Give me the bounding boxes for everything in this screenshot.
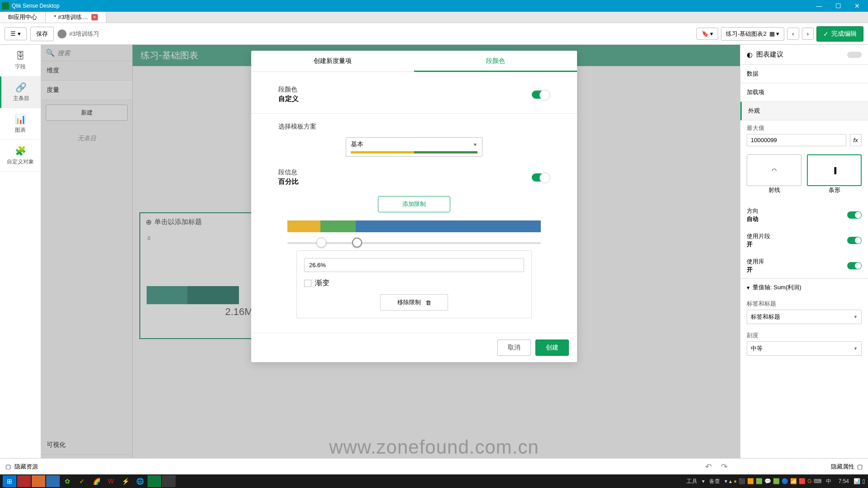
rail-custom[interactable]: 🧩自定义对象 — [0, 140, 41, 172]
slider-handle-1[interactable] — [316, 238, 326, 248]
tray-icon-5[interactable]: 💬 — [764, 478, 771, 484]
tray-backup[interactable]: 备查 — [709, 478, 720, 485]
taskbar-app-8[interactable]: ⚡ — [119, 475, 132, 487]
segcolor-value: 自定义 — [278, 95, 299, 103]
color-bar — [287, 220, 541, 232]
status-bar: ▢ 隐藏资源 ↶ ↷ 隐藏属性 ▢ — [0, 458, 868, 474]
start-button[interactable]: ⊞ — [3, 475, 16, 487]
maxval-input[interactable] — [747, 134, 846, 146]
seginfo-value: 百分比 — [278, 177, 299, 186]
tray-icon-9[interactable]: G — [807, 478, 811, 484]
limit-input[interactable] — [304, 258, 524, 272]
tab-app[interactable]: * #3培训练… ✕ — [46, 12, 106, 23]
rp-appearance[interactable]: 外观 — [740, 102, 868, 120]
shape-radial[interactable]: ◠ — [747, 154, 801, 186]
close-button[interactable]: ✕ — [852, 3, 863, 9]
rail-charts[interactable]: 📊图表 — [0, 108, 41, 140]
segcolor-toggle[interactable] — [532, 91, 550, 99]
template-select[interactable]: 基本 — [346, 137, 482, 157]
tab-hub[interactable]: BI应用中心 — [0, 12, 46, 23]
tray-chart-icon[interactable]: 📊 — [854, 478, 860, 484]
rp-header: ◐ 图表建议 — [740, 45, 868, 65]
taskbar-app-7[interactable]: W — [104, 475, 118, 487]
gauge-icon: ◐ — [747, 51, 753, 59]
modal-tab-measure[interactable]: 创建新度量项 — [251, 51, 414, 72]
tray-icon-1[interactable]: ● — [734, 478, 737, 484]
tray-icon-6[interactable]: 🟩 — [773, 478, 780, 484]
segcolor-label: 段颜色 — [278, 86, 299, 94]
taskbar-edge[interactable]: 🌐 — [133, 475, 147, 487]
library-toggle[interactable] — [847, 262, 862, 269]
tray-ime-icon[interactable]: ⌨ — [814, 478, 821, 484]
tray-icon-7[interactable]: 🔵 — [782, 478, 788, 484]
maxval-label: 最大值 — [747, 124, 862, 132]
sheet-selector[interactable]: 练习-基础图表2 ▦ ▾ — [721, 27, 784, 41]
taskbar-app-5[interactable]: ✓ — [75, 475, 89, 487]
save-button[interactable]: 保存 — [30, 27, 54, 41]
taskbar-app-9[interactable] — [162, 475, 176, 487]
taskbar-app-2[interactable] — [32, 475, 45, 487]
template-label: 选择模板方案 — [278, 123, 550, 131]
rail-fields[interactable]: 🗄字段 — [0, 45, 41, 77]
measure-axis-expand[interactable]: ▾ 量值轴: Sum(利润) — [740, 278, 868, 296]
tray-up-icon[interactable]: ▴ — [729, 478, 732, 484]
modal-tab-segcolor[interactable]: 段颜色 — [414, 51, 577, 72]
add-limit-button[interactable]: 添加限制 — [378, 196, 450, 212]
slider-handle-2[interactable] — [352, 238, 362, 248]
next-sheet-button[interactable]: › — [802, 28, 814, 40]
menu-button[interactable]: ☰ ▾ — [5, 27, 27, 40]
segment-toggle[interactable] — [847, 237, 862, 244]
shape-bar[interactable]: ▐ — [807, 154, 862, 186]
app-tabs: BI应用中心 * #3培训练… ✕ — [0, 12, 868, 23]
puzzle-icon: 🧩 — [15, 145, 26, 156]
segment-color-modal: 创建新度量项 段颜色 段颜色 自定义 选择模板方案 基本 段信息 百 — [251, 51, 577, 362]
rp-data[interactable]: 数据 — [740, 65, 868, 83]
direction-label: 方向 — [747, 207, 758, 215]
tray-tools[interactable]: 工具 — [687, 478, 697, 485]
hide-properties-button[interactable]: 隐藏属性 ▢ — [831, 463, 863, 471]
tag-select[interactable]: 标签和标题 — [747, 310, 862, 324]
tray-icon-8[interactable]: 🟥 — [799, 478, 806, 484]
taskbar-app-1[interactable] — [17, 475, 31, 487]
cancel-button[interactable]: 取消 — [497, 340, 531, 356]
seginfo-label: 段信息 — [278, 168, 299, 177]
gradient-checkbox[interactable] — [304, 280, 311, 287]
app-icon — [2, 2, 9, 10]
taskbar-app-3[interactable] — [46, 475, 60, 487]
redo-button[interactable]: ↷ — [721, 462, 728, 472]
main-toolbar: ☰ ▾ 保存 #3培训练习 准备 数据管理器▾ 分析 工作表▾ 叙述 叙述 🔖 … — [0, 23, 868, 45]
taskbar-app-4[interactable]: ✿ — [61, 475, 74, 487]
undo-button[interactable]: ↶ — [705, 462, 712, 472]
tray-wifi-icon[interactable]: 📶 — [790, 478, 797, 484]
remove-limit-button[interactable]: 移除限制 🗑 — [380, 294, 448, 311]
database-icon: 🗄 — [16, 51, 25, 61]
tag-label: 标签和标题 — [747, 300, 862, 308]
window-titlebar: Qlik Sense Desktop — ☐ ✕ — [0, 0, 868, 12]
prev-sheet-button[interactable]: ‹ — [787, 28, 799, 40]
segment-label: 使用片段 — [747, 232, 770, 240]
suggestions-toggle[interactable] — [847, 52, 862, 58]
bookmark-button[interactable]: 🔖 ▾ — [696, 28, 719, 40]
minimize-button[interactable]: — — [814, 3, 825, 9]
create-button[interactable]: 创建 — [535, 340, 569, 356]
direction-toggle[interactable] — [847, 211, 862, 219]
tray-end[interactable]: ▯ — [862, 478, 865, 484]
tray-ime[interactable]: 中 — [826, 478, 831, 485]
tray-icon-4[interactable]: 🟩 — [756, 478, 763, 484]
limit-slider[interactable] — [287, 242, 541, 244]
rail-master[interactable]: 🔗主条目 — [0, 77, 41, 108]
seginfo-toggle[interactable] — [532, 173, 550, 182]
library-label: 使用库 — [747, 258, 764, 266]
tray-icon-3[interactable]: 🟧 — [747, 478, 754, 484]
taskbar-qlik[interactable] — [148, 475, 161, 487]
hidden-resources[interactable]: ▢ 隐藏资源 — [5, 463, 38, 471]
tab-close-icon[interactable]: ✕ — [91, 14, 98, 20]
rp-addons[interactable]: 加载项 — [740, 83, 868, 102]
scale-select[interactable]: 中等 — [747, 341, 862, 356]
done-edit-button[interactable]: ✓ 完成编辑 — [816, 26, 863, 42]
maximize-button[interactable]: ☐ — [833, 3, 844, 9]
limit-detail: 渐变 移除限制 🗑 — [296, 250, 532, 318]
taskbar-app-6[interactable]: 🌈 — [90, 475, 103, 487]
fx-button[interactable]: fx — [850, 134, 862, 146]
tray-icon-2[interactable]: ⬛ — [739, 478, 745, 484]
